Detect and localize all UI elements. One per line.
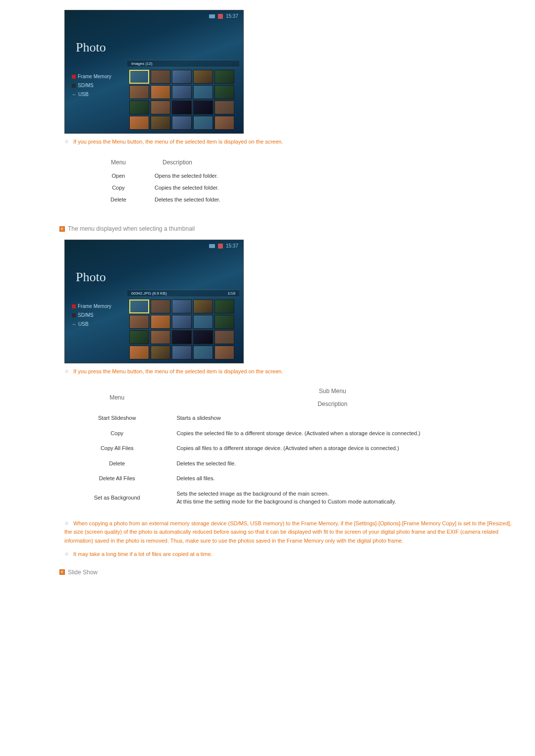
screen-header-bar: Images (12) xyxy=(127,60,239,67)
thumbnail[interactable] xyxy=(193,315,213,329)
thumbnail[interactable] xyxy=(129,300,149,313)
thumbnail[interactable] xyxy=(193,346,213,359)
header-label: 00342.JPG (8.9 KB) xyxy=(131,291,167,296)
table-header-menu: Menu xyxy=(89,155,148,170)
sidebar-item-frame-memory[interactable]: Frame Memory xyxy=(72,302,111,311)
section-heading-text: Slide Show xyxy=(68,569,98,576)
thumbnail[interactable] xyxy=(172,346,192,359)
sidebar-item-label: USB xyxy=(78,90,89,99)
header-right: 1/18 xyxy=(227,291,235,296)
thumbnail[interactable] xyxy=(214,346,234,359)
table-row: Set as Background Sets the selected imag… xyxy=(64,486,495,509)
thumbnail[interactable] xyxy=(172,330,192,344)
sidebar-item-label: SD/MS xyxy=(78,311,94,320)
thumbnail[interactable] xyxy=(151,300,170,313)
sidebar-item-sdms[interactable]: SD/MS xyxy=(72,311,111,320)
thumbnail[interactable] xyxy=(129,85,149,99)
thumbnail[interactable] xyxy=(172,116,192,130)
menu-desc: Deletes the selected file. xyxy=(169,456,495,471)
menu-name: Copy xyxy=(64,426,169,441)
thumbnail[interactable] xyxy=(151,116,170,130)
thumbnail[interactable] xyxy=(172,85,192,99)
note-text: When copying a photo from an external me… xyxy=(64,520,511,544)
thumbnail[interactable] xyxy=(151,315,170,329)
thumbnail[interactable] xyxy=(129,70,149,84)
thumbnail[interactable] xyxy=(172,101,192,114)
sidebar-item-frame-memory[interactable]: Frame Memory xyxy=(72,72,111,81)
thumbnail[interactable] xyxy=(193,330,213,344)
sd-card-icon xyxy=(209,244,215,248)
menu-name: Delete All Files xyxy=(64,471,169,486)
menu-desc: Sets the selected image as the backgroun… xyxy=(169,486,495,509)
sidebar-item-usb[interactable]: ↔ USB xyxy=(72,320,111,329)
thumbnail[interactable] xyxy=(214,101,234,114)
thumbnail[interactable] xyxy=(129,101,149,114)
note-text: If you press the Menu button, the menu o… xyxy=(73,368,283,374)
thumbnail[interactable] xyxy=(193,300,213,313)
thumbnail[interactable] xyxy=(214,70,234,84)
storage-icon xyxy=(218,14,223,19)
storage-icon xyxy=(218,244,223,249)
note-marker-icon: ※ xyxy=(64,520,69,526)
storage-sidebar: Frame Memory SD/MS ↔ USB xyxy=(72,302,111,329)
thumbnail-grid xyxy=(129,70,234,130)
sd-card-icon xyxy=(209,14,215,18)
thumbnail[interactable] xyxy=(172,70,192,84)
table-header-menu: Menu xyxy=(64,385,169,410)
bullet-icon xyxy=(59,226,65,232)
thumbnail[interactable] xyxy=(129,330,149,344)
status-bar: 15:37 xyxy=(209,243,238,249)
thumbnail[interactable] xyxy=(214,85,234,99)
table-header-description: Description xyxy=(148,155,375,170)
thumbnail[interactable] xyxy=(151,346,170,359)
thumbnail[interactable] xyxy=(172,300,192,313)
table-row: Delete Deletes the selected file. xyxy=(64,456,495,471)
menu-desc: Deletes the selected folder. xyxy=(148,194,375,205)
clock-time: 15:37 xyxy=(226,243,238,249)
menu-desc: Copies all files to a different storage … xyxy=(169,441,495,456)
note-text: If you press the Menu button, the menu o… xyxy=(73,139,283,145)
sidebar-item-label: Frame Memory xyxy=(78,72,111,81)
screenshot-photo-thumbnail: 15:37 Photo 00342.JPG (8.9 KB) 1/18 Fram… xyxy=(64,240,244,363)
sidebar-item-label: SD/MS xyxy=(78,81,94,90)
menu-name: Copy xyxy=(89,182,148,194)
thumbnail[interactable] xyxy=(151,85,170,99)
thumbnail[interactable] xyxy=(129,315,149,329)
thumbnail[interactable] xyxy=(151,70,170,84)
thumbnail[interactable] xyxy=(193,116,213,130)
note-copy-warning: ※ When copying a photo from an external … xyxy=(64,519,515,546)
section-heading-thumbnail-menu: The menu displayed when selecting a thum… xyxy=(59,225,515,232)
header-label: Images (12) xyxy=(131,61,153,66)
clock-time: 15:37 xyxy=(226,13,238,19)
thumbnail[interactable] xyxy=(193,70,213,84)
thumbnail[interactable] xyxy=(193,101,213,114)
note-copy-time: ※ It may take a long time if a lot of fi… xyxy=(64,550,515,559)
thumbnail[interactable] xyxy=(151,330,170,344)
section-heading-slide-show: Slide Show xyxy=(59,569,515,576)
sdms-icon xyxy=(72,313,76,317)
sidebar-item-label: Frame Memory xyxy=(78,302,111,311)
thumbnail[interactable] xyxy=(129,346,149,359)
thumbnail[interactable] xyxy=(214,315,234,329)
note-marker-icon: ※ xyxy=(64,139,69,145)
menu-desc: Copies the selected folder. xyxy=(148,182,375,194)
menu-desc: Copies the selected file to a different … xyxy=(169,426,495,441)
screen-title: Photo xyxy=(76,40,106,55)
thumbnail[interactable] xyxy=(214,116,234,130)
menu-name: Start Slideshow xyxy=(64,410,169,426)
table-row: Open Opens the selected folder. xyxy=(89,170,375,182)
thumbnail[interactable] xyxy=(172,315,192,329)
sidebar-item-sdms[interactable]: SD/MS xyxy=(72,81,111,90)
menu-name: Delete xyxy=(89,194,148,205)
menu-name: Open xyxy=(89,170,148,182)
usb-icon: ↔ xyxy=(72,320,76,329)
menu-desc: Opens the selected folder. xyxy=(148,170,375,182)
thumbnail[interactable] xyxy=(214,300,234,313)
thumbnail[interactable] xyxy=(129,116,149,130)
menu-name: Delete xyxy=(64,456,169,471)
thumbnail[interactable] xyxy=(193,85,213,99)
sidebar-item-usb[interactable]: ↔ USB xyxy=(72,90,111,99)
thumbnail[interactable] xyxy=(214,330,234,344)
thumbnail[interactable] xyxy=(151,101,170,114)
table-row: Delete All Files Deletes all files. xyxy=(64,471,495,486)
